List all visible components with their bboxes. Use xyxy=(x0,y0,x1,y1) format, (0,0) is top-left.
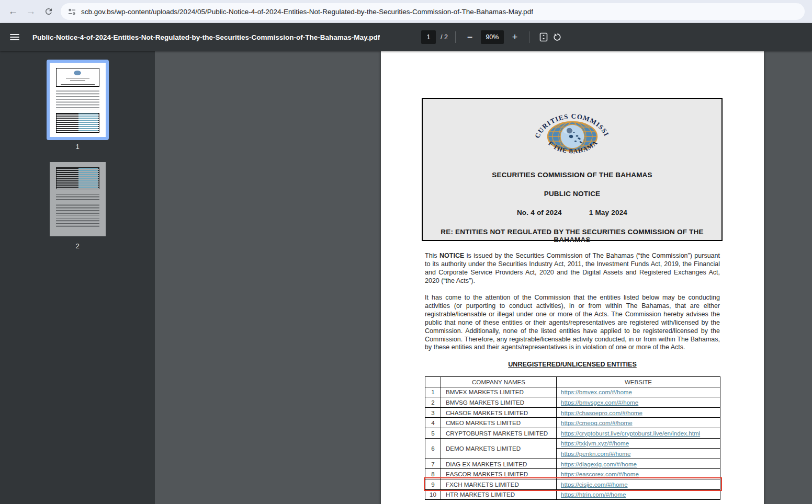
table-row: 4 CMEO MARKETS LIMITED https://cmeoq.com… xyxy=(425,418,720,428)
zoom-out-icon: − xyxy=(467,32,473,43)
site-settings-icon[interactable] xyxy=(68,8,76,16)
website-link[interactable]: https://cisjie.com/#/home xyxy=(561,481,628,488)
table-row: 3 CHASOE MARKETS LIMITED https://chasoep… xyxy=(425,407,720,418)
pdf-controls: 1 / 2 − 90% + xyxy=(421,23,564,51)
forward-icon: → xyxy=(26,6,36,17)
notice-subject: RE: ENTITIES NOT REGULATED BY THE SECURI… xyxy=(423,228,721,244)
entities-table-wrap: COMPANY NAMES WEBSITE 1 BMVEX MARKETS LI… xyxy=(425,376,720,500)
thumbnail-label-2: 2 xyxy=(75,242,79,250)
document-title: Public-Notice-4-of-2024-Entities-Not-Reg… xyxy=(32,33,380,41)
table-row: 2 BMVSG MARKETS LIMITED https://bmvsgex.… xyxy=(425,397,720,408)
thumbnail-label-1: 1 xyxy=(75,143,79,151)
thumbnail-sidebar: 1 2 xyxy=(0,51,155,504)
website-link[interactable]: https://txkjym.xyz/#/home xyxy=(561,440,629,446)
menu-button[interactable] xyxy=(4,27,25,48)
company-names-header: COMPANY NAMES xyxy=(441,377,557,387)
website-link[interactable]: https://htrin.com/#/home xyxy=(561,491,626,498)
page-number-input[interactable]: 1 xyxy=(421,30,436,44)
pdf-page-1: SECURITIES COMMISSION OF THE BAHAMAS SEC… xyxy=(381,51,764,504)
entities-table-heading: UNREGISTERED/UNLICENSED ENTITIES xyxy=(425,361,720,368)
page-count-label: / 2 xyxy=(441,33,448,41)
thumbnail-page-1[interactable] xyxy=(47,60,109,140)
zoom-in-icon: + xyxy=(512,32,518,43)
website-link[interactable]: https://diagexig.com/#/home xyxy=(561,461,637,467)
fit-page-button[interactable] xyxy=(537,30,550,44)
notice-header-box: SECURITIES COMMISSION OF THE BAHAMAS SEC… xyxy=(422,98,723,241)
fit-page-icon xyxy=(538,32,549,42)
table-row: 8 EASCOR MARKETS LIMITED https://eascore… xyxy=(425,469,720,479)
table-header-row: COMPANY NAMES WEBSITE xyxy=(425,377,720,387)
notice-number-line: No. 4 of 2024 1 May 2024 xyxy=(423,209,721,216)
url-bar[interactable]: scb.gov.bs/wp-content/uploads/2024/05/Pu… xyxy=(61,3,805,20)
notice-date: 1 May 2024 xyxy=(589,209,627,216)
table-row: 7 DIAG EX MARKETS LIMITED https://diagex… xyxy=(425,459,720,469)
url-text: scb.gov.bs/wp-content/uploads/2024/05/Pu… xyxy=(81,8,533,16)
entities-table: COMPANY NAMES WEBSITE 1 BMVEX MARKETS LI… xyxy=(425,376,720,500)
table-row: 5 CRYPTOBURST MARKETS LIMITED https://cr… xyxy=(425,428,720,438)
table-row: 1 BMVEX MARKETS LIMITED https://bmvex.co… xyxy=(425,387,720,397)
back-icon: ← xyxy=(8,6,18,17)
website-link[interactable]: https://bmvsgex.com/#/home xyxy=(561,399,638,406)
browser-toolbar: ← → scb.gov.bs/wp-content/uploads/2024/0… xyxy=(0,0,812,23)
org-name: SECURITIES COMMISSION OF THE BAHAMAS xyxy=(423,171,721,179)
notice-bold: NOTICE xyxy=(439,252,464,259)
website-link[interactable]: https://cryptoburst.live/cryptoburst.liv… xyxy=(561,430,700,437)
website-link[interactable]: https://bmvex.com/#/home xyxy=(561,388,632,395)
pdf-viewer[interactable]: SECURITIES COMMISSION OF THE BAHAMAS SEC… xyxy=(155,51,812,504)
reload-icon xyxy=(44,7,53,16)
toolbar-divider xyxy=(529,31,529,43)
zoom-out-button[interactable]: − xyxy=(463,30,477,44)
website-header: WEBSITE xyxy=(557,377,720,387)
zoom-in-button[interactable]: + xyxy=(508,30,522,44)
table-row: 10 HTR MARKETS LIMITED https://htrin.com… xyxy=(425,489,720,500)
toolbar-divider xyxy=(455,31,456,43)
rotate-icon xyxy=(552,32,562,42)
forward-button[interactable]: → xyxy=(22,3,40,20)
table-row-highlighted: 9 FXCH MARKETS LIMITED https://cisjie.co… xyxy=(425,479,720,489)
notice-number: No. 4 of 2024 xyxy=(517,209,562,216)
website-link[interactable]: https://eascorex.com/#/home xyxy=(561,471,639,477)
back-button[interactable]: ← xyxy=(4,3,22,20)
website-link[interactable]: https://penkn.com/#/home xyxy=(561,450,630,457)
table-row: 6 DEMO MARKETS LIMITED https://txkjym.xy… xyxy=(425,438,720,449)
thumbnail-page-2[interactable] xyxy=(47,159,109,239)
securities-commission-logo: SECURITIES COMMISSION OF THE BAHAMAS xyxy=(533,104,612,163)
website-link[interactable]: https://chasoepro.com/#/home xyxy=(561,409,642,416)
website-link[interactable]: https://cmeoq.com/#/home xyxy=(561,419,633,426)
paragraph-2: It has come to the attention of the Comm… xyxy=(425,294,720,352)
rotate-button[interactable] xyxy=(550,30,564,44)
notice-type: PUBLIC NOTICE xyxy=(423,190,721,198)
pdf-toolbar: Public-Notice-4-of-2024-Entities-Not-Reg… xyxy=(0,23,812,51)
paragraph-1: This NOTICE is issued by the Securities … xyxy=(425,252,720,285)
reload-button[interactable] xyxy=(40,3,58,20)
zoom-level[interactable]: 90% xyxy=(481,30,504,44)
menu-icon xyxy=(10,34,19,35)
